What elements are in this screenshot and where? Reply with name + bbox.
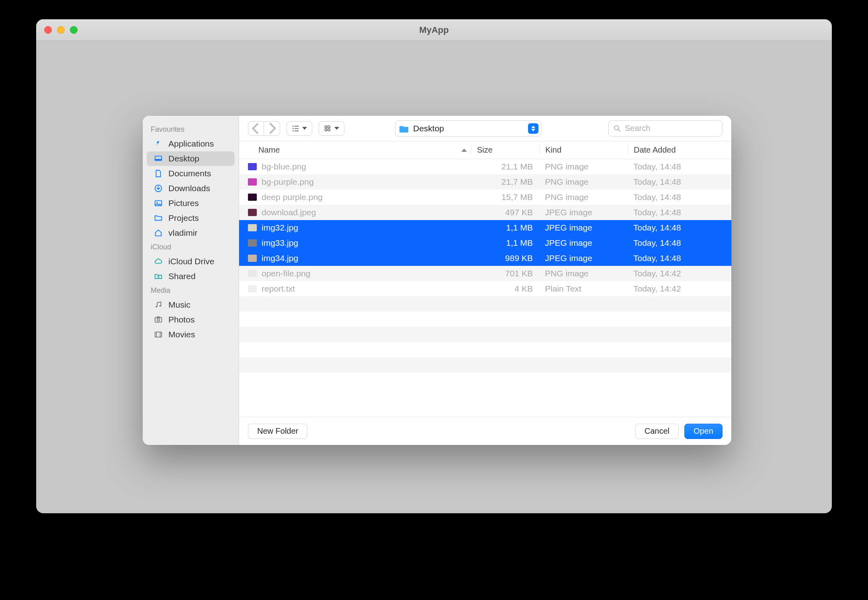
file-date: Today, 14:48 (628, 177, 724, 187)
svg-point-5 (158, 276, 159, 278)
sidebar-section-header: iCloud (143, 241, 239, 254)
new-folder-button[interactable]: New Folder (248, 424, 307, 439)
column-header-name[interactable]: Name (246, 145, 471, 155)
file-row[interactable]: img34.jpg989 KBJPEG imageToday, 14:48 (239, 251, 731, 266)
window-minimize-button[interactable] (57, 26, 65, 34)
window-title: MyApp (36, 25, 832, 35)
photos-icon (153, 315, 164, 324)
file-name: download.jpeg (262, 208, 316, 217)
sidebar-item-applications[interactable]: Applications (147, 137, 235, 151)
svg-point-4 (157, 202, 158, 203)
file-name: img33.jpg (262, 238, 298, 248)
file-list[interactable]: bg-blue.png21,1 MBPNG imageToday, 14:48b… (239, 159, 731, 417)
applications-icon (153, 139, 164, 148)
chevron-down-icon (302, 127, 307, 130)
sidebar-item-label: iCloud Drive (168, 257, 214, 266)
sidebar-item-movies[interactable]: Movies (147, 327, 235, 342)
nav-back-button[interactable] (248, 121, 264, 136)
file-date: Today, 14:42 (628, 269, 724, 278)
cloud-icon (153, 257, 164, 266)
file-thumbnail-icon (248, 163, 257, 170)
svg-rect-15 (295, 126, 299, 127)
folder-icon (399, 124, 409, 133)
file-name: img32.jpg (262, 223, 298, 233)
file-date: Today, 14:48 (628, 208, 724, 217)
file-row[interactable]: img32.jpg1,1 MBJPEG imageToday, 14:48 (239, 220, 731, 235)
file-kind: JPEG image (539, 208, 628, 217)
sidebar-item-pictures[interactable]: Pictures (147, 196, 235, 210)
search-placeholder: Search (625, 124, 650, 133)
file-thumbnail-icon (248, 285, 257, 292)
file-row[interactable]: bg-purple.png21,7 MBPNG imageToday, 14:4… (239, 174, 731, 190)
file-thumbnail-icon (248, 224, 257, 231)
column-header-date[interactable]: Date Added (628, 145, 724, 155)
music-icon (153, 300, 164, 309)
file-size: 21,7 MB (471, 177, 539, 187)
open-file-dialog: FavouritesApplicationsDesktopDocumentsDo… (143, 116, 731, 445)
sidebar-item-vladimir[interactable]: vladimir (147, 226, 235, 240)
sidebar-item-music[interactable]: Music (147, 298, 235, 312)
grid-group-icon (324, 124, 332, 133)
file-size: 497 KB (471, 208, 539, 217)
search-input[interactable]: Search (608, 120, 723, 137)
dialog-footer: New Folder Cancel Open (239, 417, 731, 445)
sidebar-item-label: Photos (168, 315, 194, 324)
svg-rect-23 (328, 129, 330, 131)
file-size: 1,1 MB (471, 223, 539, 233)
file-size: 4 KB (471, 284, 539, 294)
movies-icon (153, 330, 164, 339)
sidebar-item-projects[interactable]: Projects (147, 211, 235, 225)
nav-forward-button[interactable] (264, 121, 280, 136)
sidebar-item-icloud-drive[interactable]: iCloud Drive (147, 254, 235, 269)
file-size: 989 KB (471, 253, 539, 263)
app-window: MyApp FavouritesApplicationsDesktopDocum… (36, 19, 832, 513)
downloads-icon (153, 184, 164, 193)
window-maximize-button[interactable] (70, 26, 78, 34)
open-button[interactable]: Open (684, 424, 723, 439)
window-close-button[interactable] (44, 26, 52, 34)
svg-rect-22 (325, 129, 327, 131)
file-name: open-file.png (262, 269, 310, 278)
view-list-button[interactable] (287, 121, 312, 136)
sidebar-item-shared[interactable]: Shared (147, 269, 235, 284)
chevron-down-icon (334, 127, 339, 130)
home-icon (153, 229, 164, 237)
sidebar-item-label: Applications (168, 139, 214, 149)
sidebar-section-header: Media (143, 284, 239, 297)
file-row[interactable]: download.jpeg497 KBJPEG imageToday, 14:4… (239, 205, 731, 220)
list-view-icon (292, 124, 300, 133)
file-row[interactable]: open-file.png701 KBPNG imageToday, 14:42 (239, 266, 731, 281)
sidebar-item-photos[interactable]: Photos (147, 312, 235, 327)
file-kind: PNG image (539, 162, 628, 171)
view-group-button[interactable] (319, 121, 344, 136)
file-row[interactable]: img33.jpg1,1 MBJPEG imageToday, 14:48 (239, 235, 731, 251)
sidebar-item-documents[interactable]: Documents (147, 166, 235, 181)
sort-ascending-icon (461, 149, 467, 152)
cancel-button[interactable]: Cancel (635, 424, 679, 439)
file-size: 21,1 MB (471, 162, 539, 171)
svg-point-18 (293, 130, 294, 131)
column-header-size[interactable]: Size (471, 145, 539, 155)
svg-line-25 (618, 129, 620, 131)
sidebar-item-desktop[interactable]: Desktop (147, 151, 235, 166)
file-row[interactable]: bg-blue.png21,1 MBPNG imageToday, 14:48 (239, 159, 731, 174)
file-date: Today, 14:48 (628, 253, 724, 263)
pictures-icon (153, 199, 164, 208)
empty-row (239, 327, 731, 342)
sidebar-item-downloads[interactable]: Downloads (147, 181, 235, 196)
sidebar-item-label: Downloads (168, 184, 210, 193)
file-row[interactable]: report.txt4 KBPlain TextToday, 14:42 (239, 281, 731, 296)
file-name: deep purple.png (262, 192, 323, 202)
file-row[interactable]: deep purple.png15,7 MBPNG imageToday, 14… (239, 190, 731, 205)
sidebar-item-label: Movies (168, 330, 195, 339)
column-header-kind[interactable]: Kind (539, 145, 628, 155)
sidebar-item-label: vladimir (168, 228, 197, 238)
sidebar-item-label: Desktop (168, 154, 199, 163)
svg-point-7 (160, 305, 161, 307)
sidebar-item-label: Pictures (168, 198, 199, 208)
file-name: bg-purple.png (262, 177, 314, 187)
svg-rect-19 (295, 131, 299, 131)
empty-row (239, 342, 731, 357)
file-date: Today, 14:48 (628, 162, 724, 171)
location-selector[interactable]: Desktop (395, 120, 541, 137)
